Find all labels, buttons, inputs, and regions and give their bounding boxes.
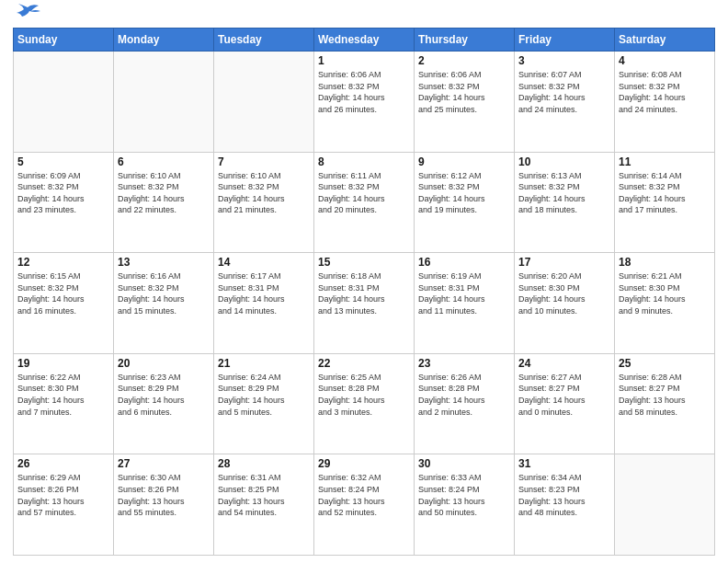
day-info: Sunrise: 6:16 AM Sunset: 8:32 PM Dayligh… [118, 270, 210, 316]
table-row: 16Sunrise: 6:19 AM Sunset: 8:31 PM Dayli… [415, 253, 515, 354]
day-info: Sunrise: 6:09 AM Sunset: 8:32 PM Dayligh… [17, 170, 109, 216]
table-row: 11Sunrise: 6:14 AM Sunset: 8:32 PM Dayli… [615, 152, 715, 253]
table-row: 20Sunrise: 6:23 AM Sunset: 8:29 PM Dayli… [114, 353, 214, 454]
day-number: 6 [118, 155, 210, 168]
day-number: 15 [318, 256, 410, 269]
day-number: 12 [17, 256, 109, 269]
table-row: 18Sunrise: 6:21 AM Sunset: 8:30 PM Dayli… [615, 253, 715, 354]
table-row: 8Sunrise: 6:11 AM Sunset: 8:32 PM Daylig… [314, 152, 415, 253]
calendar: Sunday Monday Tuesday Wednesday Thursday… [13, 28, 715, 556]
table-row: 15Sunrise: 6:18 AM Sunset: 8:31 PM Dayli… [314, 253, 415, 354]
day-number: 11 [619, 155, 711, 168]
day-info: Sunrise: 6:06 AM Sunset: 8:32 PM Dayligh… [318, 69, 410, 115]
day-number: 4 [619, 54, 711, 67]
header [13, 9, 715, 22]
day-number: 16 [418, 256, 510, 269]
table-row: 24Sunrise: 6:27 AM Sunset: 8:27 PM Dayli… [515, 353, 615, 454]
table-row: 5Sunrise: 6:09 AM Sunset: 8:32 PM Daylig… [14, 152, 114, 253]
day-info: Sunrise: 6:31 AM Sunset: 8:25 PM Dayligh… [218, 472, 310, 518]
table-row: 6Sunrise: 6:10 AM Sunset: 8:32 PM Daylig… [114, 152, 214, 253]
calendar-week-row: 19Sunrise: 6:22 AM Sunset: 8:30 PM Dayli… [14, 353, 715, 454]
col-friday: Friday [515, 29, 615, 52]
table-row: 30Sunrise: 6:33 AM Sunset: 8:24 PM Dayli… [415, 454, 515, 556]
day-number: 27 [118, 457, 210, 470]
col-saturday: Saturday [615, 29, 715, 52]
day-number: 7 [218, 155, 310, 168]
table-row: 10Sunrise: 6:13 AM Sunset: 8:32 PM Dayli… [515, 152, 615, 253]
day-info: Sunrise: 6:18 AM Sunset: 8:31 PM Dayligh… [318, 270, 410, 316]
day-number: 23 [418, 357, 510, 370]
col-monday: Monday [114, 29, 214, 52]
day-number: 1 [318, 54, 410, 67]
day-info: Sunrise: 6:32 AM Sunset: 8:24 PM Dayligh… [318, 472, 410, 518]
table-row: 4Sunrise: 6:08 AM Sunset: 8:32 PM Daylig… [615, 52, 715, 153]
col-sunday: Sunday [14, 29, 114, 52]
day-number: 31 [518, 457, 610, 470]
day-number: 3 [518, 54, 610, 67]
day-info: Sunrise: 6:22 AM Sunset: 8:30 PM Dayligh… [17, 372, 109, 418]
table-row: 7Sunrise: 6:10 AM Sunset: 8:32 PM Daylig… [214, 152, 314, 253]
day-info: Sunrise: 6:19 AM Sunset: 8:31 PM Dayligh… [418, 270, 510, 316]
day-number: 30 [418, 457, 510, 470]
table-row: 22Sunrise: 6:25 AM Sunset: 8:28 PM Dayli… [314, 353, 415, 454]
calendar-week-row: 5Sunrise: 6:09 AM Sunset: 8:32 PM Daylig… [14, 152, 715, 253]
table-row: 27Sunrise: 6:30 AM Sunset: 8:26 PM Dayli… [114, 454, 214, 556]
day-number: 17 [518, 256, 610, 269]
day-number: 24 [518, 357, 610, 370]
table-row: 29Sunrise: 6:32 AM Sunset: 8:24 PM Dayli… [314, 454, 415, 556]
day-info: Sunrise: 6:20 AM Sunset: 8:30 PM Dayligh… [518, 270, 610, 316]
day-info: Sunrise: 6:27 AM Sunset: 8:27 PM Dayligh… [518, 372, 610, 418]
table-row: 3Sunrise: 6:07 AM Sunset: 8:32 PM Daylig… [515, 52, 615, 153]
day-info: Sunrise: 6:10 AM Sunset: 8:32 PM Dayligh… [218, 170, 310, 216]
day-number: 18 [619, 256, 711, 269]
table-row: 19Sunrise: 6:22 AM Sunset: 8:30 PM Dayli… [14, 353, 114, 454]
day-info: Sunrise: 6:07 AM Sunset: 8:32 PM Dayligh… [518, 69, 610, 115]
day-number: 20 [118, 357, 210, 370]
calendar-header-row: Sunday Monday Tuesday Wednesday Thursday… [14, 29, 715, 52]
day-info: Sunrise: 6:28 AM Sunset: 8:27 PM Dayligh… [619, 372, 711, 418]
day-number: 9 [418, 155, 510, 168]
day-number: 26 [17, 457, 109, 470]
day-info: Sunrise: 6:29 AM Sunset: 8:26 PM Dayligh… [17, 472, 109, 518]
table-row [14, 52, 114, 153]
day-info: Sunrise: 6:21 AM Sunset: 8:30 PM Dayligh… [619, 270, 711, 316]
day-info: Sunrise: 6:17 AM Sunset: 8:31 PM Dayligh… [218, 270, 310, 316]
day-info: Sunrise: 6:15 AM Sunset: 8:32 PM Dayligh… [17, 270, 109, 316]
day-number: 22 [318, 357, 410, 370]
table-row: 1Sunrise: 6:06 AM Sunset: 8:32 PM Daylig… [314, 52, 415, 153]
day-number: 8 [318, 155, 410, 168]
day-info: Sunrise: 6:23 AM Sunset: 8:29 PM Dayligh… [118, 372, 210, 418]
day-info: Sunrise: 6:34 AM Sunset: 8:23 PM Dayligh… [518, 472, 610, 518]
table-row: 28Sunrise: 6:31 AM Sunset: 8:25 PM Dayli… [214, 454, 314, 556]
day-info: Sunrise: 6:13 AM Sunset: 8:32 PM Dayligh… [518, 170, 610, 216]
day-number: 28 [218, 457, 310, 470]
day-info: Sunrise: 6:12 AM Sunset: 8:32 PM Dayligh… [418, 170, 510, 216]
day-number: 19 [17, 357, 109, 370]
table-row: 14Sunrise: 6:17 AM Sunset: 8:31 PM Dayli… [214, 253, 314, 354]
day-number: 25 [619, 357, 711, 370]
day-number: 29 [318, 457, 410, 470]
day-info: Sunrise: 6:33 AM Sunset: 8:24 PM Dayligh… [418, 472, 510, 518]
col-thursday: Thursday [415, 29, 515, 52]
table-row [214, 52, 314, 153]
page: Sunday Monday Tuesday Wednesday Thursday… [0, 0, 728, 563]
calendar-week-row: 26Sunrise: 6:29 AM Sunset: 8:26 PM Dayli… [14, 454, 715, 556]
day-info: Sunrise: 6:14 AM Sunset: 8:32 PM Dayligh… [619, 170, 711, 216]
col-tuesday: Tuesday [214, 29, 314, 52]
day-info: Sunrise: 6:10 AM Sunset: 8:32 PM Dayligh… [118, 170, 210, 216]
table-row: 21Sunrise: 6:24 AM Sunset: 8:29 PM Dayli… [214, 353, 314, 454]
day-number: 14 [218, 256, 310, 269]
day-number: 13 [118, 256, 210, 269]
table-row [615, 454, 715, 556]
calendar-week-row: 1Sunrise: 6:06 AM Sunset: 8:32 PM Daylig… [14, 52, 715, 153]
table-row [114, 52, 214, 153]
table-row: 12Sunrise: 6:15 AM Sunset: 8:32 PM Dayli… [14, 253, 114, 354]
logo [13, 9, 40, 22]
col-wednesday: Wednesday [314, 29, 415, 52]
table-row: 17Sunrise: 6:20 AM Sunset: 8:30 PM Dayli… [515, 253, 615, 354]
day-number: 5 [17, 155, 109, 168]
day-info: Sunrise: 6:30 AM Sunset: 8:26 PM Dayligh… [118, 472, 210, 518]
day-number: 2 [418, 54, 510, 67]
table-row: 23Sunrise: 6:26 AM Sunset: 8:28 PM Dayli… [415, 353, 515, 454]
calendar-week-row: 12Sunrise: 6:15 AM Sunset: 8:32 PM Dayli… [14, 253, 715, 354]
